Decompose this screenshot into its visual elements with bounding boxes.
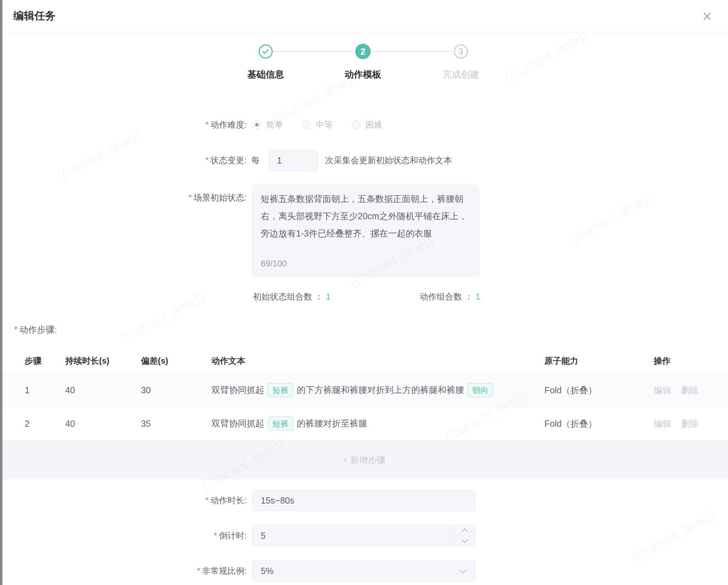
action-duration-row: *动作时长: 15s~80s [0,490,728,511]
cell-deviation: 30 [139,385,210,395]
close-icon[interactable]: × [702,8,712,24]
initial-state-textarea[interactable]: 短裤五条数据背面朝上，五条数据正面朝上，裤腰朝右，离头部视野下方至少20cm之外… [252,185,479,277]
combos-row: 初始状态组合数 ：1 动作组合数 ：1 [0,290,728,304]
action-combo-value: 1 [476,292,480,301]
step-1-label: 基础信息 [247,68,284,81]
initial-combo-label: 初始状态组合数 ： [253,292,323,301]
spinner-down-button[interactable] [454,536,475,546]
char-counter: 69/100 [261,255,286,272]
countdown-row: *倒计时: 5 [0,525,728,546]
radio-hard-label: 困难 [365,119,382,130]
step-3-number: 3 [459,47,463,56]
step-3-pending-circle: 3 [454,44,468,58]
object-tag: 短裤 [268,417,293,431]
dialog-title: 编辑任务 [13,9,56,23]
cell-duration: 40 [63,419,139,429]
state-change-label: *状态变更: [0,155,247,166]
action-steps-table: 步骤 持续时长(s) 偏差(s) 动作文本 原子能力 操作 1 40 30 双臂… [0,349,728,479]
radio-medium[interactable]: 中等 [302,119,333,130]
chevron-up-icon [462,529,468,535]
required-mark: * [189,193,192,202]
cell-action-text: 双臂协同抓起短裤的下方裤腿和裤腰对折到上方的裤腿和裤腰朝向 [210,383,543,397]
add-step-button[interactable]: + 新增步骤 [0,441,728,479]
wizard-stepper: 2 3 基础信息 动作模板 完成创建 [0,32,728,85]
header-deviation: 偏差(s) [139,355,210,367]
radio-circle-icon[interactable] [253,121,261,129]
step-1-done-circle [259,44,273,58]
edit-link[interactable]: 编辑 [654,419,671,429]
action-combo: 动作组合数 ：1 [420,291,480,302]
delete-link[interactable]: 删除 [681,385,699,395]
unusual-ratio-row: *非常规比例: 5% [0,560,728,581]
required-mark: * [14,325,18,335]
page-edge-strip [0,0,2,585]
state-change-suffix: 次采集会更新初始状态和动作文本 [325,155,452,166]
radio-medium-label: 中等 [316,119,333,130]
orientation-tag: 朝向 [468,383,493,397]
radio-hard[interactable]: 困难 [352,119,382,130]
header-operations: 操作 [654,355,728,367]
table-row: 1 40 30 双臂协同抓起短裤的下方裤腿和裤腰对折到上方的裤腿和裤腰朝向 Fo… [0,374,728,407]
dialog-header: 编辑任务 × [0,0,728,32]
action-duration-input[interactable]: 15s~80s [252,490,476,511]
delete-link[interactable]: 删除 [681,419,699,429]
required-mark: * [205,120,209,129]
action-steps-section-label: *动作步骤: [0,322,728,337]
countdown-input[interactable]: 5 [252,525,476,546]
required-mark: * [214,531,217,540]
radio-circle-icon[interactable] [302,121,311,129]
table-header-row: 步骤 持续时长(s) 偏差(s) 动作文本 原子能力 操作 [0,349,728,374]
edit-link[interactable]: 编辑 [654,385,671,395]
chevron-down-icon [462,537,468,543]
initial-combo: 初始状态组合数 ：1 [253,291,331,302]
header-step: 步骤 [0,355,63,367]
initial-combo-value: 1 [326,292,331,301]
cell-ability: Fold（折叠） [543,418,654,430]
required-mark: * [205,155,209,165]
action-combo-label: 动作组合数 ： [420,292,473,301]
cell-step: 2 [0,419,63,429]
countdown-label: *倒计时: [0,530,247,541]
table-row: 2 40 35 双臂协同抓起短裤的裤腰对折至裤腿 Fold（折叠） 编辑删除 [0,407,728,441]
cell-operations: 编辑删除 [654,418,728,430]
step-2-number: 2 [360,47,365,57]
object-tag: 短裤 [268,383,293,397]
initial-state-text: 短裤五条数据背面朝上，五条数据正面朝上，裤腰朝右，离头部视野下方至少20cm之外… [261,190,470,242]
cell-step: 1 [0,385,63,395]
number-spinner [454,525,475,546]
stepper-connector [273,51,354,52]
cell-duration: 40 [63,385,139,395]
step-2-active-circle: 2 [355,44,371,59]
initial-state-label: *场景初始状态: [0,185,247,203]
state-change-row: *状态变更: 每 1 次采集会更新初始状态和动作文本 [0,150,728,171]
difficulty-row: *动作难度: 简单 中等 困难 [0,118,728,132]
step-2-label: 动作模板 [345,68,381,81]
header-ability: 原子能力 [543,355,654,367]
action-duration-label: *动作时长: [0,495,247,506]
initial-state-row: *场景初始状态: 短裤五条数据背面朝上，五条数据正面朝上，裤腰朝右，离头部视野下… [0,185,728,277]
spinner-up-button[interactable] [454,525,475,536]
difficulty-radio-group: 简单 中等 困难 [253,119,402,130]
header-duration: 持续时长(s) [63,355,139,367]
header-action-text: 动作文本 [210,355,543,367]
required-mark: * [205,495,209,505]
cell-deviation: 35 [139,419,210,429]
cell-ability: Fold（折叠） [543,384,654,396]
required-mark: * [197,566,200,575]
state-change-prefix: 每 [251,155,260,166]
cell-operations: 编辑删除 [654,384,728,396]
difficulty-label: *动作难度: [0,119,247,130]
radio-easy-label: 简单 [266,119,283,130]
check-icon [262,48,269,54]
radio-easy[interactable]: 简单 [253,119,283,130]
stepper-connector [371,51,453,52]
radio-circle-icon[interactable] [352,121,360,129]
unusual-ratio-select[interactable]: 5% [252,560,476,581]
cell-action-text: 双臂协同抓起短裤的裤腰对折至裤腿 [210,417,543,431]
unusual-ratio-label: *非常规比例: [0,565,247,577]
combos: 初始状态组合数 ：1 动作组合数 ：1 [253,291,480,302]
state-change-count-input[interactable]: 1 [269,150,318,171]
step-3-label: 完成创建 [443,68,479,81]
chevron-down-icon [459,566,467,573]
